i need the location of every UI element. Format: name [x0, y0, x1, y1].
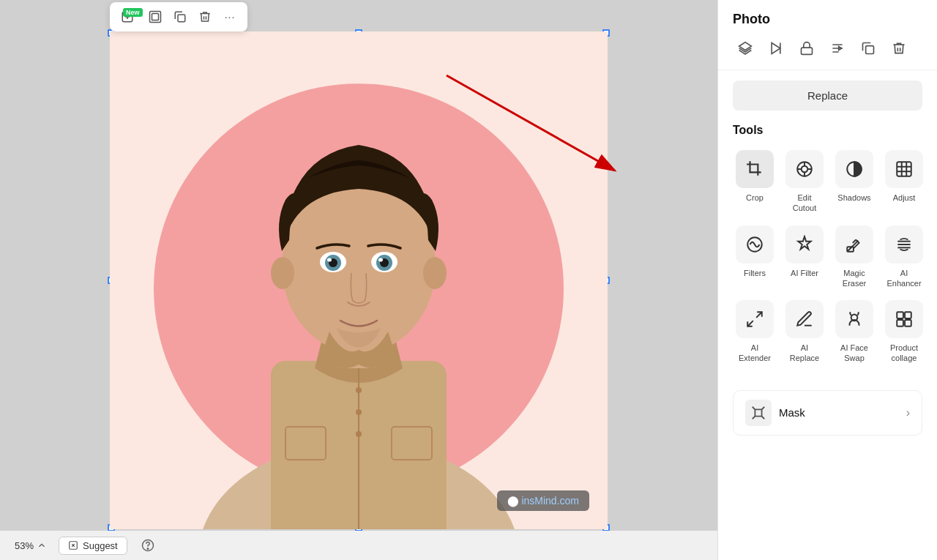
ai-extender-tool[interactable]: AIExtender	[733, 297, 777, 367]
crop-label: Crop	[746, 193, 764, 203]
tools-section: Tools Crop	[718, 121, 937, 384]
shadows-label: Shadows	[837, 193, 870, 203]
crop-icon	[736, 150, 774, 188]
animation-icon[interactable]	[764, 36, 788, 61]
svg-rect-31	[802, 48, 813, 54]
ai-face-swap-tool[interactable]: AI FaceSwap	[832, 297, 876, 367]
person-svg	[110, 31, 608, 529]
filters-icon	[736, 225, 774, 264]
ai-replace-tool[interactable]: AIReplace	[783, 297, 826, 367]
photo-frame: ⬤ insMind.com	[110, 31, 608, 529]
edit-cutout-tool[interactable]: EditCutout	[783, 147, 826, 217]
adjust-icon	[885, 150, 923, 188]
svg-rect-54	[897, 312, 903, 318]
align-icon[interactable]	[825, 36, 850, 61]
more-icon[interactable]: ···	[220, 7, 240, 27]
ai-face-swap-icon	[835, 300, 873, 338]
svg-rect-2	[152, 13, 159, 20]
svg-rect-3	[178, 15, 185, 22]
svg-point-11	[356, 431, 362, 437]
ai-face-swap-label: AI FaceSwap	[840, 343, 868, 364]
canvas-container: New	[88, 10, 630, 551]
delete-panel-icon[interactable]	[886, 36, 911, 61]
svg-point-28	[147, 548, 149, 550]
magic-eraser-tool[interactable]: MagicEraser	[832, 223, 876, 292]
shadows-tool[interactable]: Shadows	[832, 147, 876, 217]
svg-point-19	[327, 258, 332, 261]
magic-eraser-icon	[835, 225, 873, 264]
watermark-text: insMind.com	[521, 495, 579, 507]
image-toolbar: New	[110, 2, 247, 31]
photo-inner: ⬤ insMind.com	[110, 31, 608, 529]
ai-enhancer-label: AIEnhancer	[886, 268, 921, 289]
ai-enhancer-icon	[885, 225, 923, 264]
ai-filter-label: AI Filter	[791, 268, 818, 278]
help-icon[interactable]	[139, 537, 157, 554]
ai-enhancer-tool[interactable]: AIEnhancer	[882, 223, 926, 292]
tools-title: Tools	[733, 124, 922, 137]
replace-button[interactable]: Replace	[733, 81, 922, 111]
crop-tool[interactable]: Crop	[733, 147, 777, 217]
delete-icon[interactable]	[195, 7, 215, 27]
product-collage-tool[interactable]: Productcollage	[882, 297, 926, 367]
adjust-tool[interactable]: Adjust	[882, 147, 926, 217]
svg-point-15	[423, 257, 447, 289]
ai-extender-icon	[736, 300, 774, 338]
svg-rect-56	[897, 320, 903, 326]
ai-replace-icon	[785, 300, 824, 338]
mask-chevron: ›	[906, 406, 910, 419]
mask-left: Mask	[745, 400, 805, 426]
svg-rect-41	[897, 162, 911, 176]
ai-filter-tool[interactable]: AI Filter	[783, 223, 826, 292]
right-panel: Photo	[717, 0, 937, 560]
svg-rect-57	[905, 320, 911, 326]
tools-grid-row2: Filters AI Filter	[733, 223, 922, 292]
duplicate-icon[interactable]	[170, 7, 190, 27]
layers-icon[interactable]	[733, 36, 758, 61]
tools-grid-row1: Crop EditCutout	[733, 147, 922, 217]
edit-cutout-label: EditCutout	[793, 193, 816, 214]
canvas-area: New	[0, 0, 717, 560]
ai-extender-label: AIExtender	[739, 343, 771, 364]
svg-rect-55	[905, 312, 911, 318]
duplicate-panel-icon[interactable]	[856, 36, 881, 61]
adjust-label: Adjust	[893, 193, 916, 203]
panel-title: Photo	[718, 0, 937, 36]
svg-marker-30	[772, 43, 780, 54]
svg-point-10	[356, 409, 362, 415]
svg-rect-33	[866, 46, 874, 54]
frame-icon[interactable]	[145, 7, 165, 27]
mask-label: Mask	[779, 406, 805, 419]
lock-icon[interactable]	[794, 36, 819, 61]
edit-cutout-icon	[785, 150, 824, 188]
filters-label: Filters	[744, 268, 766, 278]
suggest-label: Suggest	[83, 540, 118, 551]
svg-line-51	[756, 312, 762, 318]
svg-point-23	[378, 258, 383, 261]
svg-point-14	[271, 257, 294, 289]
ai-filter-icon	[785, 225, 824, 264]
zoom-value: 53%	[15, 540, 34, 551]
product-collage-label: Productcollage	[890, 343, 918, 364]
bottom-bar: 53% Suggest	[0, 531, 717, 560]
svg-point-9	[356, 387, 362, 393]
ai-tool-icon[interactable]: New	[117, 7, 138, 27]
mask-section[interactable]: Mask ›	[733, 390, 922, 436]
new-badge: New	[123, 8, 143, 17]
svg-point-35	[802, 166, 808, 173]
shadows-icon	[835, 150, 873, 188]
panel-icons-row	[718, 36, 937, 70]
svg-line-52	[747, 321, 753, 326]
watermark: ⬤ insMind.com	[497, 490, 589, 511]
magic-eraser-label: MagicEraser	[843, 268, 866, 289]
zoom-control[interactable]: 53%	[15, 540, 47, 551]
tools-grid-row3: AIExtender AIReplace	[733, 297, 922, 367]
mask-icon	[745, 400, 772, 426]
ai-replace-label: AIReplace	[790, 343, 819, 364]
suggest-button[interactable]: Suggest	[59, 537, 127, 555]
filters-tool[interactable]: Filters	[733, 223, 777, 292]
product-collage-icon	[885, 300, 923, 338]
